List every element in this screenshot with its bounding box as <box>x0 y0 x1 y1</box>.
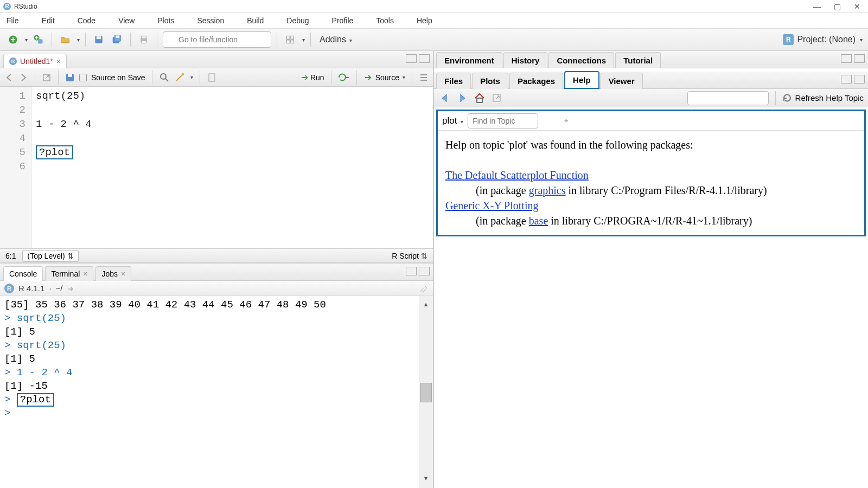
source-tab-untitled1[interactable]: R Untitled1* × <box>3 54 67 68</box>
tab-plots[interactable]: Plots <box>472 73 508 89</box>
wand-icon[interactable] <box>174 72 185 83</box>
save-all-button[interactable] <box>110 32 125 47</box>
source-on-save-checkbox[interactable] <box>79 74 87 81</box>
main-toolbar: ▾ ▾ ▾ Addins ▾ R Project: (None) ▾ <box>0 28 868 51</box>
svg-point-18 <box>161 74 166 79</box>
search-icon[interactable] <box>159 72 170 83</box>
menu-debug[interactable]: Debug <box>286 16 309 25</box>
code-area[interactable]: sqrt(25) 1 - 2 ^ 4 ?plot <box>31 87 433 248</box>
save-button[interactable] <box>91 32 106 47</box>
grid-caret-icon[interactable]: ▾ <box>302 37 305 43</box>
tab-terminal[interactable]: Terminal × <box>45 266 93 281</box>
pane-minimize-icon[interactable] <box>406 54 417 63</box>
console-output[interactable]: [35] 35 36 37 38 39 40 41 42 43 44 45 46… <box>0 296 433 488</box>
goto-file-input[interactable] <box>163 31 271 48</box>
tab-packages[interactable]: Packages <box>509 73 563 89</box>
menu-session[interactable]: Session <box>197 16 224 25</box>
pane-minimize-icon[interactable] <box>841 75 852 84</box>
pane-maximize-icon[interactable] <box>854 75 865 84</box>
help-pane-tabs: Files Plots Packages Help Viewer <box>434 72 868 89</box>
grid-view-button[interactable] <box>283 32 298 47</box>
print-button[interactable] <box>136 32 151 47</box>
help-link-graphics[interactable]: graphics <box>529 184 566 196</box>
tab-tutorial[interactable]: Tutorial <box>615 52 661 68</box>
menu-file[interactable]: File <box>7 16 19 25</box>
run-button[interactable]: ➔Run <box>301 72 324 82</box>
line-gutter: 123456 <box>0 87 31 248</box>
popup-icon[interactable] <box>42 73 52 82</box>
minimize-icon[interactable]: — <box>813 2 821 11</box>
tab-jobs[interactable]: Jobs × <box>95 266 131 281</box>
new-file-caret-icon[interactable]: ▾ <box>25 37 28 43</box>
pane-maximize-icon[interactable] <box>854 54 865 63</box>
pane-maximize-icon[interactable] <box>419 54 430 63</box>
menu-build[interactable]: Build <box>247 16 264 25</box>
menu-tools[interactable]: Tools <box>376 16 394 25</box>
notebook-icon[interactable] <box>207 73 216 82</box>
scroll-down-icon[interactable]: ▾ <box>423 472 429 486</box>
addins-button[interactable]: Addins ▾ <box>320 35 352 44</box>
source-status-bar: 6:1 (Top Level) ⇅ R Script ⇅ <box>0 248 433 262</box>
menu-profile[interactable]: Profile <box>332 16 354 25</box>
goto-file-wrap <box>163 31 271 48</box>
close-tab-icon[interactable]: × <box>56 57 61 66</box>
source-on-save-label: Source on Save <box>91 73 145 82</box>
tab-history[interactable]: History <box>503 52 548 68</box>
help-home-icon[interactable] <box>473 92 486 105</box>
refresh-help-button[interactable]: Refresh Help Topic <box>782 93 864 103</box>
help-link-base[interactable]: base <box>529 215 548 227</box>
save-source-icon[interactable] <box>65 73 75 82</box>
scope-selector[interactable]: (Top Level) ⇅ <box>22 250 78 262</box>
new-file-button[interactable] <box>5 32 21 47</box>
maximize-icon[interactable]: ▢ <box>834 2 841 11</box>
source-editor[interactable]: 123456 sqrt(25) 1 - 2 ^ 4 ?plot <box>0 87 433 248</box>
help-back-icon[interactable] <box>438 92 451 105</box>
pane-maximize-icon[interactable] <box>419 267 430 275</box>
r-icon: R <box>4 284 14 293</box>
help-content-highlight: plot ▾ ⌖ Help on topic 'plot' was found … <box>436 110 866 236</box>
language-label: R Script <box>392 252 419 260</box>
help-search-input[interactable] <box>687 91 769 105</box>
outline-icon[interactable] <box>419 73 429 82</box>
menu-view[interactable]: View <box>118 16 135 25</box>
help-link-xyplot[interactable]: Generic X-Y Plotting <box>445 200 538 211</box>
scroll-thumb[interactable] <box>420 383 432 402</box>
popup-wd-icon[interactable] <box>67 284 75 293</box>
help-content: Help on topic 'plot' was found in the fo… <box>438 131 864 235</box>
menu-plots[interactable]: Plots <box>157 16 174 25</box>
cursor-icon: ⌖ <box>564 117 568 125</box>
source-button[interactable]: Source▾ <box>363 73 405 82</box>
tab-viewer[interactable]: Viewer <box>601 73 643 89</box>
menu-code[interactable]: Code <box>78 16 95 25</box>
menu-help[interactable]: Help <box>417 16 432 25</box>
new-project-button[interactable] <box>31 32 46 47</box>
rstudio-logo-icon: R <box>3 3 11 10</box>
close-icon[interactable]: ✕ <box>854 2 860 11</box>
menu-edit[interactable]: Edit <box>42 16 55 25</box>
tab-help[interactable]: Help <box>564 71 599 89</box>
help-link-scatterplot[interactable]: The Default Scatterplot Function <box>445 169 589 181</box>
help-forward-icon[interactable] <box>456 92 469 105</box>
forward-icon[interactable] <box>18 73 28 82</box>
project-menu[interactable]: R Project: (None) ▾ <box>783 34 863 45</box>
open-recent-caret-icon[interactable]: ▾ <box>77 37 80 43</box>
tab-files[interactable]: Files <box>436 73 471 89</box>
find-in-topic-input[interactable] <box>468 113 538 129</box>
tab-console[interactable]: Console <box>3 266 43 281</box>
open-file-button[interactable] <box>58 32 73 47</box>
help-popup-icon[interactable] <box>490 92 503 105</box>
back-icon[interactable] <box>4 73 14 82</box>
help-toolbar: Refresh Help Topic <box>434 89 868 107</box>
source-toolbar: Source on Save ▾ ➔Run Source▾ <box>0 68 433 87</box>
tab-connections[interactable]: Connections <box>548 52 614 68</box>
help-topic-selector[interactable]: plot ▾ <box>442 115 463 126</box>
svg-rect-7 <box>116 36 120 38</box>
console-scrollbar[interactable]: ▴ ▾ <box>419 296 433 488</box>
scroll-up-icon[interactable]: ▴ <box>423 298 429 312</box>
pane-minimize-icon[interactable] <box>841 54 852 63</box>
rerun-icon[interactable] <box>338 73 350 82</box>
pane-minimize-icon[interactable] <box>406 267 417 275</box>
broom-icon[interactable] <box>418 283 429 294</box>
window-title: RStudio <box>14 3 37 10</box>
tab-environment[interactable]: Environment <box>436 52 502 68</box>
